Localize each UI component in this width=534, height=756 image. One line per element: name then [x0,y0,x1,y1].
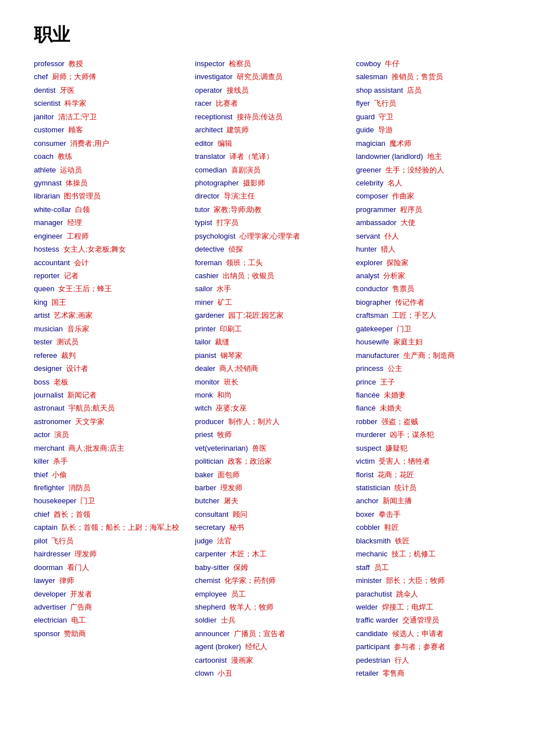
chinese-translation: 巫婆;女巫 [216,404,248,412]
chinese-translation: 图书管理员 [64,192,101,200]
chinese-translation: 女王;王后；蜂王 [58,284,112,293]
english-term: manufacturer [356,351,403,360]
list-item: landowner (landlord) 地主 [356,150,511,162]
list-item: designer 设计者 [34,362,189,374]
english-term: architect [195,126,227,134]
english-term: gatekeeper [356,325,397,333]
list-item: princess 公主 [356,362,511,374]
english-term: customer [34,126,68,134]
list-item: typist 打字员 [195,217,350,228]
chinese-translation: 裁判 [61,351,76,360]
chinese-translation: 店员 [407,86,422,94]
english-term: detective [195,245,228,253]
english-term: fiancé [356,404,380,412]
chinese-translation: 队长；首领；船长；上尉；海军上校 [62,523,179,532]
list-item: agent (broker) 经纪人 [195,641,350,653]
english-term: tailor [195,338,215,346]
list-item: reporter 记者 [34,270,189,282]
chinese-translation: 侦探 [228,245,243,253]
column-2: inspector 检察员investigator 研究员;调查员operato… [195,58,356,680]
list-item: comedian 喜剧演员 [195,164,350,176]
chinese-translation: 面包师 [218,470,240,479]
chinese-translation: 员工 [374,563,389,572]
list-item: dentist 牙医 [34,84,189,96]
chinese-translation: 名人 [388,179,402,187]
list-item: pedestrian 行人 [356,654,511,666]
english-term: guard [356,113,379,121]
list-item: hairdresser 理发师 [34,548,189,560]
chinese-translation: 接线员 [227,86,249,94]
english-term: participant [356,642,394,651]
chinese-translation: 传记作者 [395,298,424,306]
list-item: racer 比赛者 [195,97,350,109]
chinese-translation: 开发者 [70,590,92,598]
chinese-translation: 大使 [401,218,415,227]
english-term: hunter [356,245,381,253]
english-term: monk [195,391,217,399]
list-item: witch 巫婆;女巫 [195,402,350,414]
english-term: composer [356,192,392,200]
chinese-translation: 记者 [64,271,79,280]
list-item: guard 守卫 [356,111,511,123]
english-term: flyer [356,99,374,107]
chinese-translation: 工匠；手艺人 [392,311,436,319]
chinese-translation: 小偷 [52,470,67,479]
list-item: astronaut 宇航员;航天员 [34,402,189,414]
list-item: pianist 钢琴家 [195,349,350,361]
list-item: dealer 商人;经销商 [195,362,350,374]
list-item: operator 接线员 [195,84,350,96]
english-term: white-collar [34,205,75,214]
list-item: analyst 分析家 [356,270,511,282]
list-item: janitor 清洁工;守卫 [34,111,189,123]
english-term: mechanic [356,550,392,558]
list-item: soldier 士兵 [195,614,350,626]
english-term: psychologist [195,232,240,240]
chinese-translation: 科学家 [64,99,86,107]
list-item: lawyer 律师 [34,574,189,586]
english-term: merchant [34,444,68,452]
chinese-translation: 候选人；申请者 [392,629,444,638]
chinese-translation: 牙医 [60,86,75,94]
english-term: pianist [195,351,220,360]
list-item: monitor 班长 [195,376,350,388]
list-item: anchor 新闻主播 [356,495,511,507]
list-item: shop assistant 店员 [356,84,511,96]
english-term: accountant [34,258,74,267]
list-item: secretary 秘书 [195,521,350,533]
chinese-translation: 魔术师 [389,139,411,148]
list-item: white-collar 白领 [34,204,189,215]
list-item: priest 牧师 [195,429,350,440]
english-term: housewife [356,338,393,346]
list-item: killer 杀手 [34,455,189,467]
chinese-translation: 广播员；宣告者 [234,629,285,638]
chinese-translation: 未婚妻 [384,391,406,399]
list-item: employee 员工 [195,588,350,600]
english-term: minister [356,576,386,585]
list-item: gatekeeper 门卫 [356,323,511,335]
chinese-translation: 编辑 [218,139,232,148]
english-term: consumer [34,139,70,148]
list-item: customer 顾客 [34,124,189,136]
english-term: craftsman [356,311,392,319]
english-term: comedian [195,166,231,174]
chinese-translation: 王子 [380,378,395,386]
list-item: astronomer 天文学家 [34,416,189,427]
chinese-translation: 打字员 [216,218,238,227]
list-item: firefighter 消防员 [34,482,189,494]
list-item: gardener 园丁;花匠;园艺家 [195,309,350,321]
english-term: princess [356,364,388,373]
list-item: director 导演;主任 [195,190,350,202]
list-item: minister 部长；大臣；牧师 [356,574,511,586]
chinese-translation: 门卫 [397,325,411,333]
chinese-translation: 酋长；首领 [54,510,90,519]
english-term: manager [34,218,67,227]
english-term: translator [195,152,229,161]
chinese-translation: 园丁;花匠;园艺家 [228,311,284,319]
chinese-translation: 会计 [74,258,89,267]
chinese-translation: 未婚夫 [380,404,402,412]
chinese-translation: 猎人 [381,245,396,253]
chinese-translation: 新闻记者 [67,391,97,399]
english-term: librarian [34,192,64,200]
chinese-translation: 凶手；谋杀犯 [390,430,434,439]
english-term: prince [356,378,380,386]
